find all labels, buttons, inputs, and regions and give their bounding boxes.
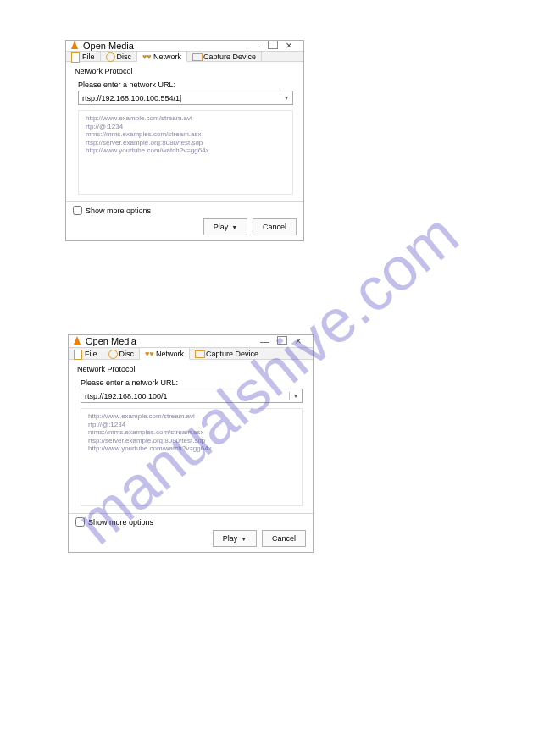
tab-file[interactable]: File bbox=[69, 348, 103, 359]
example-line: http://www.example.com/stream.avi bbox=[86, 114, 286, 123]
section-title: Network Protocol bbox=[77, 365, 306, 377]
tab-disc[interactable]: Disc bbox=[101, 52, 138, 61]
capture-icon bbox=[195, 350, 203, 358]
cancel-label: Cancel bbox=[272, 534, 296, 543]
tab-network-label: Network bbox=[153, 52, 181, 61]
tab-file-label: File bbox=[85, 350, 97, 358]
url-value: rtsp://192.168.100.100:554/1| bbox=[79, 94, 280, 102]
example-line: rtsp://server.example.org:8080/test.sdp bbox=[86, 139, 286, 147]
example-line: rtp://@:1234 bbox=[88, 421, 295, 429]
tab-capture-label: Capture Device bbox=[206, 350, 258, 358]
play-button[interactable]: Play ▼ bbox=[203, 218, 247, 235]
tab-disc-label: Disc bbox=[119, 350, 135, 358]
maximize-button[interactable] bbox=[277, 336, 286, 346]
tab-file[interactable]: File bbox=[66, 52, 101, 61]
tab-network-label: Network bbox=[156, 350, 184, 358]
close-button[interactable]: × bbox=[294, 336, 303, 346]
show-more-checkbox[interactable] bbox=[75, 517, 85, 527]
play-button[interactable]: Play ▼ bbox=[213, 530, 257, 547]
chevron-down-icon[interactable]: ▾ bbox=[289, 392, 302, 400]
dialog-bottom: Show more options Play ▼ Cancel bbox=[66, 201, 303, 240]
url-combobox[interactable]: rtsp://192.168.100.100/1 ▾ bbox=[81, 389, 303, 403]
tab-network[interactable]: ♥♥ Network bbox=[140, 348, 190, 360]
show-more-label: Show more options bbox=[88, 518, 153, 527]
maximize-button[interactable] bbox=[268, 41, 276, 51]
example-line: http://www.yourtube.com/watch?v=gg64x bbox=[86, 146, 286, 155]
minimize-button[interactable]: — bbox=[260, 336, 269, 346]
close-button[interactable]: × bbox=[285, 41, 293, 51]
tab-capture[interactable]: Capture Device bbox=[187, 52, 262, 61]
play-label: Play bbox=[223, 534, 238, 543]
capture-icon bbox=[192, 52, 201, 61]
play-label: Play bbox=[214, 223, 229, 231]
dialog-bottom: Show more options Play ▼ Cancel bbox=[69, 513, 313, 552]
tab-capture-label: Capture Device bbox=[203, 52, 256, 61]
cancel-button[interactable]: Cancel bbox=[262, 530, 306, 547]
vlc-cone-icon bbox=[69, 41, 80, 51]
open-media-dialog-2: Open Media — × File Disc ♥♥ Network Capt… bbox=[68, 334, 314, 553]
minimize-button[interactable]: — bbox=[251, 41, 259, 51]
show-more-checkbox[interactable] bbox=[73, 206, 82, 215]
example-line: rtsp://server.example.org:8080/test.sdp bbox=[88, 437, 295, 445]
section-title: Network Protocol bbox=[75, 67, 297, 79]
window-title: Open Media bbox=[83, 41, 134, 51]
network-panel: Network Protocol Please enter a network … bbox=[69, 360, 313, 513]
disc-icon bbox=[108, 350, 117, 358]
url-examples: http://www.example.com/stream.avi rtp://… bbox=[78, 110, 293, 195]
titlebar: Open Media — × bbox=[69, 335, 313, 348]
disc-icon bbox=[106, 52, 114, 61]
tab-network[interactable]: ♥♥ Network bbox=[137, 52, 187, 62]
example-line: rtp://@:1234 bbox=[86, 123, 286, 131]
url-prompt: Please enter a network URL: bbox=[77, 377, 306, 389]
url-examples: http://www.example.com/stream.avi rtp://… bbox=[81, 408, 303, 506]
example-line: http://www.yourtube.com/watch?v=gg64x bbox=[88, 444, 295, 453]
url-combobox[interactable]: rtsp://192.168.100.100:554/1| ▾ bbox=[78, 91, 293, 105]
file-icon bbox=[71, 52, 80, 61]
tab-bar: File Disc ♥♥ Network Capture Device bbox=[66, 52, 303, 62]
network-panel: Network Protocol Please enter a network … bbox=[66, 62, 303, 201]
example-line: mms://mms.examples.com/stream.asx bbox=[86, 130, 286, 139]
vlc-cone-icon bbox=[72, 336, 82, 346]
tab-capture[interactable]: Capture Device bbox=[190, 348, 264, 359]
tab-disc-label: Disc bbox=[117, 52, 132, 61]
open-media-dialog-1: Open Media — × File Disc ♥♥ Network Capt… bbox=[65, 40, 304, 241]
url-value: rtsp://192.168.100.100/1 bbox=[81, 392, 289, 400]
cancel-button[interactable]: Cancel bbox=[253, 218, 297, 235]
window-title: Open Media bbox=[86, 336, 136, 346]
example-line: http://www.example.com/stream.avi bbox=[88, 412, 295, 421]
caret-down-icon: ▼ bbox=[231, 224, 237, 230]
example-line: mms://mms.examples.com/stream.asx bbox=[88, 428, 295, 437]
caret-down-icon: ▼ bbox=[241, 536, 247, 542]
network-icon: ♥♥ bbox=[145, 350, 153, 358]
file-icon bbox=[74, 350, 82, 358]
network-icon: ♥♥ bbox=[142, 52, 151, 61]
titlebar: Open Media — × bbox=[66, 41, 303, 52]
cancel-label: Cancel bbox=[263, 223, 286, 231]
chevron-down-icon[interactable]: ▾ bbox=[280, 94, 292, 102]
url-prompt: Please enter a network URL: bbox=[75, 79, 297, 91]
tab-file-label: File bbox=[82, 52, 95, 61]
tab-bar: File Disc ♥♥ Network Capture Device bbox=[69, 348, 313, 360]
tab-disc[interactable]: Disc bbox=[103, 348, 141, 359]
show-more-label: Show more options bbox=[86, 207, 151, 215]
